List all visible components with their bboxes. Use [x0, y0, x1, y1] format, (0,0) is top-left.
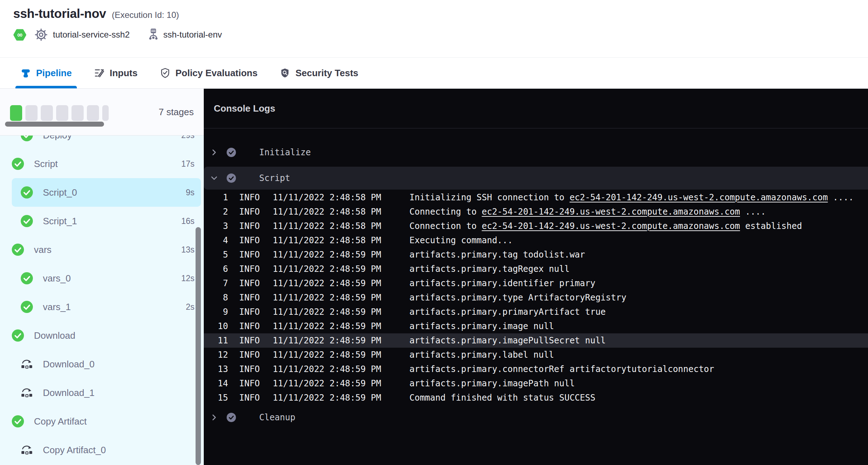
- stages-summary-header: 7 stages: [0, 89, 204, 136]
- stage-row-download-1[interactable]: Download_1: [12, 378, 201, 407]
- stage-row-copy-artifact[interactable]: Copy Artifact: [12, 407, 201, 436]
- log-line-1: 1INFO11/11/2022 2:48:58 PMInitializing S…: [204, 190, 868, 205]
- log-message: Initializing SSH connection to ec2-54-20…: [409, 192, 854, 202]
- console-title: Console Logs: [214, 103, 275, 114]
- log-line-9: 9INFO11/11/2022 2:48:59 PMartifacts.prim…: [204, 305, 868, 319]
- stage-label: vars_1: [43, 302, 71, 313]
- stage-duration: 16s: [181, 216, 194, 226]
- log-timestamp: 11/11/2022 2:48:59 PM: [273, 293, 381, 303]
- stage-label: Script: [34, 158, 58, 170]
- stage-label: Script_1: [43, 216, 77, 227]
- tab-label: Pipeline: [36, 68, 72, 79]
- log-level: INFO: [239, 221, 260, 231]
- log-level: INFO: [239, 307, 260, 317]
- stages-sidebar: 7 stages Deploy29sScript17sScript_09sScr…: [0, 89, 204, 465]
- log-line-number: 1: [204, 192, 228, 202]
- tab-policy-evaluations[interactable]: Policy Evaluations: [160, 58, 258, 88]
- stage-row-script[interactable]: Script17s: [12, 150, 201, 178]
- log-timestamp: 11/11/2022 2:48:59 PM: [273, 264, 381, 274]
- log-message: artifacts.primary.imagePullSecret null: [409, 336, 606, 346]
- success-icon: [12, 415, 24, 427]
- log-timestamp: 11/11/2022 2:48:59 PM: [273, 336, 381, 346]
- vertical-scrollbar[interactable]: [196, 227, 201, 465]
- log-line-12: 12INFO11/11/2022 2:48:59 PMartifacts.pri…: [204, 348, 868, 362]
- log-level: INFO: [239, 293, 260, 303]
- log-line-number: 11: [204, 336, 228, 346]
- log-level: INFO: [239, 364, 260, 374]
- log-host-link[interactable]: ec2-54-201-142-249.us-west-2.compute.ama…: [482, 207, 740, 217]
- log-timestamp: 11/11/2022 2:48:59 PM: [273, 378, 381, 388]
- chevron-down-icon[interactable]: [211, 175, 217, 181]
- log-host-link[interactable]: ec2-54-201-142-249.us-west-2.compute.ama…: [482, 221, 740, 231]
- stage-row-script-0[interactable]: Script_09s: [12, 178, 201, 207]
- chevron-right-icon[interactable]: [211, 149, 217, 156]
- chevron-right-icon[interactable]: [211, 414, 217, 421]
- environment-icon: [148, 28, 158, 41]
- log-level: INFO: [239, 207, 260, 217]
- stages-count-label: 7 stages: [159, 107, 194, 118]
- log-line-number: 10: [204, 321, 228, 331]
- stage-row-copy-artifact-0[interactable]: Copy Artifact_0: [12, 436, 201, 464]
- pipeline-execution-page: ssh-tutorial-nov (Execution Id: 10) ∞ tu…: [0, 0, 868, 465]
- svg-text:∞: ∞: [17, 30, 23, 39]
- log-line-number: 12: [204, 350, 228, 360]
- horizontal-scrollbar[interactable]: [5, 122, 104, 127]
- log-section-script[interactable]: Script: [204, 167, 868, 190]
- log-timestamp: 11/11/2022 2:48:59 PM: [273, 364, 381, 374]
- log-line-13: 13INFO11/11/2022 2:48:59 PMartifacts.pri…: [204, 362, 868, 376]
- success-icon: [12, 329, 24, 342]
- page-title: ssh-tutorial-nov: [13, 6, 106, 21]
- log-line-number: 15: [204, 393, 228, 403]
- log-line-3: 3INFO11/11/2022 2:48:58 PMConnection to …: [204, 219, 868, 233]
- log-level: INFO: [239, 250, 260, 260]
- log-message: artifacts.primary.label null: [409, 350, 554, 360]
- cd-module-icon: ∞: [13, 28, 26, 41]
- stage-row-script-1[interactable]: Script_116s: [12, 207, 201, 235]
- stage-row-download-0[interactable]: Download_0: [12, 350, 201, 378]
- stage-row-vars-0[interactable]: vars_012s: [12, 264, 201, 293]
- stage-label: Download_1: [43, 387, 95, 398]
- tab-inputs[interactable]: Inputs: [94, 58, 138, 88]
- progress-segment: [102, 105, 109, 121]
- tab-bar: PipelineInputsPolicy EvaluationsSecurity…: [0, 57, 868, 89]
- stage-row-vars[interactable]: vars13s: [12, 235, 201, 264]
- log-line-6: 6INFO11/11/2022 2:48:59 PMartifacts.prim…: [204, 262, 868, 276]
- log-section-initialize[interactable]: Initialize: [204, 140, 868, 165]
- tab-pipeline[interactable]: Pipeline: [20, 58, 72, 88]
- log-line-8: 8INFO11/11/2022 2:48:59 PMartifacts.prim…: [204, 290, 868, 305]
- log-host-link[interactable]: ec2-54-201-142-249.us-west-2.compute.ama…: [569, 192, 828, 202]
- success-icon: [12, 158, 24, 170]
- log-line-2: 2INFO11/11/2022 2:48:58 PMConnecting to …: [204, 205, 868, 219]
- log-message-text: ....: [740, 207, 766, 217]
- stage-duration: 17s: [181, 159, 194, 169]
- stage-list: Deploy29sScript17sScript_09sScript_116sv…: [0, 121, 204, 464]
- log-message: artifacts.primary.connectorRef artifacto…: [409, 364, 714, 374]
- log-line-number: 14: [204, 378, 228, 388]
- log-section-cleanup[interactable]: Cleanup: [204, 405, 868, 430]
- log-timestamp: 11/11/2022 2:48:59 PM: [273, 393, 381, 403]
- log-line-14: 14INFO11/11/2022 2:48:59 PMartifacts.pri…: [204, 376, 868, 391]
- policy-evaluations-icon: [160, 68, 171, 78]
- log-lines: 1INFO11/11/2022 2:48:58 PMInitializing S…: [204, 190, 868, 405]
- stage-duration: 12s: [181, 274, 194, 283]
- status-check-icon: [227, 173, 236, 183]
- console-panel: Console Logs InitializeScript1INFO11/11/…: [204, 89, 868, 465]
- log-level: INFO: [239, 192, 260, 202]
- stage-row-download[interactable]: Download: [12, 321, 201, 350]
- command-step-icon: [21, 387, 33, 398]
- tab-security-tests[interactable]: Security Tests: [280, 58, 358, 88]
- progress-segment: [87, 105, 99, 121]
- pipeline-icon: [20, 68, 31, 78]
- log-line-number: 5: [204, 250, 228, 260]
- service-name: tutorial-service-ssh2: [53, 30, 130, 40]
- console-body: InitializeScript1INFO11/11/2022 2:48:58 …: [204, 128, 868, 430]
- success-icon: [21, 186, 33, 199]
- stage-row-vars-1[interactable]: vars_12s: [12, 293, 201, 321]
- execution-id-label: (Execution Id: 10): [112, 10, 179, 20]
- log-line-15: 15INFO11/11/2022 2:48:59 PMCommand finis…: [204, 391, 868, 405]
- log-level: INFO: [239, 264, 260, 274]
- log-message: artifacts.primary.image null: [409, 321, 554, 331]
- log-line-number: 8: [204, 293, 228, 303]
- log-line-number: 2: [204, 207, 228, 217]
- log-level: INFO: [239, 393, 260, 403]
